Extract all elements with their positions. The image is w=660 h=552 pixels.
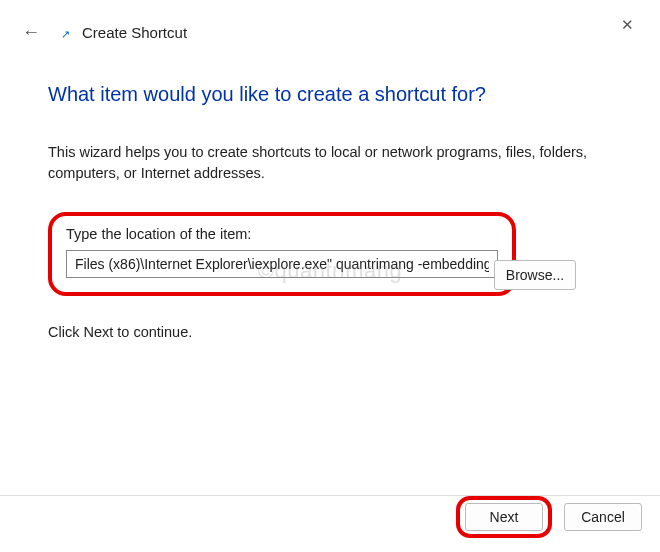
location-highlight: Type the location of the item: bbox=[48, 212, 516, 296]
location-input[interactable] bbox=[66, 250, 498, 278]
wizard-description: This wizard helps you to create shortcut… bbox=[48, 142, 612, 184]
dialog-title: Create Shortcut bbox=[82, 24, 187, 41]
close-icon[interactable]: ✕ bbox=[613, 12, 642, 38]
next-highlight: Next bbox=[456, 496, 552, 538]
main-heading: What item would you like to create a sho… bbox=[48, 83, 612, 106]
next-button[interactable]: Next bbox=[465, 503, 543, 531]
continue-instruction: Click Next to continue. bbox=[48, 324, 612, 340]
back-icon[interactable]: ← bbox=[22, 22, 40, 43]
cancel-button[interactable]: Cancel bbox=[564, 503, 642, 531]
shortcut-arrow-icon: ↗ bbox=[58, 28, 72, 42]
dialog-header: ← ↗ Create Shortcut bbox=[0, 0, 660, 53]
location-input-row bbox=[66, 250, 498, 278]
dialog-content: What item would you like to create a sho… bbox=[0, 53, 660, 340]
browse-button[interactable]: Browse... bbox=[494, 260, 576, 290]
dialog-footer: Next Cancel bbox=[456, 496, 642, 538]
location-label: Type the location of the item: bbox=[66, 226, 498, 242]
